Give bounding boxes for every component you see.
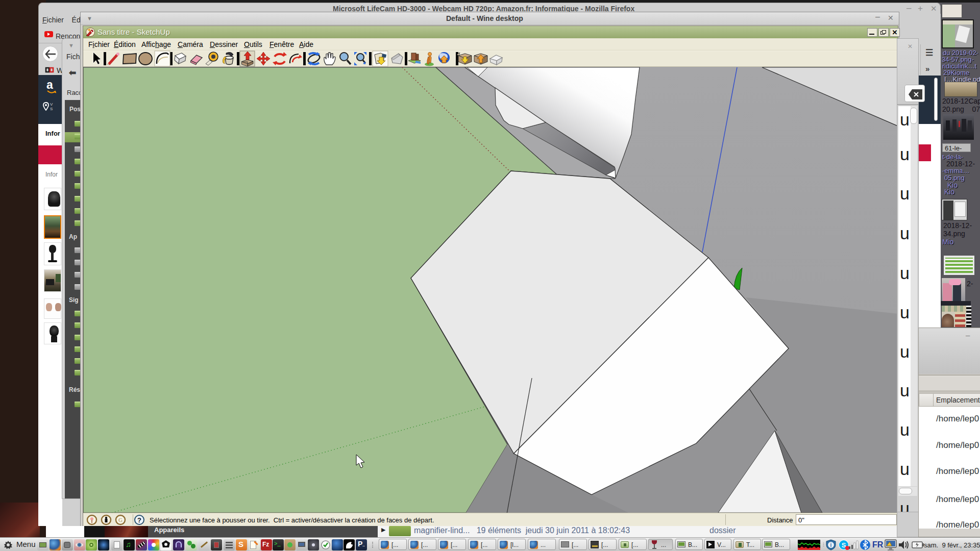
svg-text:G: G bbox=[118, 517, 122, 523]
svg-text:?: ? bbox=[137, 516, 141, 524]
svg-text:i: i bbox=[830, 542, 832, 548]
